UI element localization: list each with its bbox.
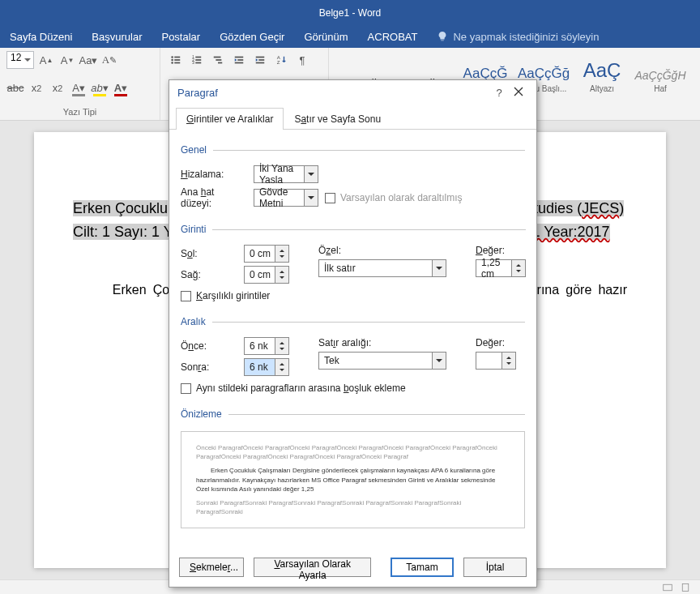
svg-rect-15 — [235, 57, 244, 58]
set-default-button[interactable]: Varsayılan Olarak Ayarla — [254, 558, 371, 577]
decrease-indent-button[interactable] — [230, 51, 248, 69]
left-indent-spin[interactable]: 0 cm — [244, 245, 289, 263]
svg-text:3: 3 — [192, 60, 194, 65]
increase-indent-button[interactable] — [251, 51, 269, 69]
svg-point-0 — [171, 56, 173, 58]
title-bar: Belge1 - Word — [0, 0, 700, 25]
tab-view[interactable]: Görünüm — [304, 31, 348, 43]
by-label: Değer: — [476, 245, 505, 256]
font-size-value: 12 — [11, 52, 21, 63]
font-group-label: Yazı Tipi — [6, 107, 153, 118]
left-indent-label: Sol: — [181, 248, 237, 259]
at-spin[interactable] — [476, 352, 516, 370]
bullets-button[interactable] — [167, 51, 185, 69]
subscript-button[interactable]: x2 — [28, 79, 45, 97]
svg-rect-19 — [258, 59, 264, 61]
read-mode-icon[interactable] — [663, 583, 672, 592]
change-case-button[interactable]: Aa▾ — [79, 51, 97, 69]
svg-rect-20 — [256, 62, 265, 64]
chevron-down-icon — [432, 260, 446, 276]
superscript-button[interactable]: x2 — [49, 79, 66, 97]
tab-references[interactable]: Başvurular — [92, 31, 142, 43]
collapsed-checkbox: Varsayılan olarak daraltılmış — [325, 192, 463, 203]
spacing-group: Aralık Önce: 6 nk Sonra: 6 nk Satır aral… — [181, 316, 525, 397]
cancel-button[interactable]: İptal — [463, 558, 527, 577]
svg-rect-12 — [214, 57, 221, 58]
text-effects-button[interactable]: A▾ — [70, 79, 88, 97]
tab-review[interactable]: Gözden Geçir — [220, 31, 284, 43]
line-spacing-label: Satır aralığı: — [318, 337, 371, 348]
mirror-indents-checkbox[interactable]: Karşılıklı girintiler — [181, 290, 526, 301]
chevron-down-icon — [304, 166, 318, 182]
svg-rect-13 — [216, 59, 221, 61]
svg-rect-16 — [237, 59, 243, 61]
close-button[interactable] — [509, 87, 528, 99]
font-group: 12 A▲ A▼ Aa▾ A✎ abc x2 x2 A▾ ab▾ A▾ Yazı… — [0, 48, 160, 120]
indent-legend: Girinti — [181, 224, 212, 235]
svg-rect-1 — [174, 57, 180, 58]
tab-mailings[interactable]: Postalar — [161, 31, 200, 43]
svg-rect-18 — [256, 57, 265, 58]
right-indent-spin[interactable]: 0 cm — [244, 266, 289, 284]
svg-rect-14 — [218, 62, 222, 64]
svg-rect-40 — [682, 583, 689, 591]
by-spin[interactable]: 1,25 cm — [476, 259, 526, 277]
ribbon-tabs: Sayfa Düzeni Başvurular Postalar Gözden … — [0, 25, 700, 48]
preview-legend: Önizleme — [181, 408, 228, 420]
right-indent-label: Sağ: — [181, 269, 237, 280]
dialog-titlebar: Paragraf ? — [169, 80, 536, 107]
close-icon — [514, 87, 523, 96]
svg-rect-7 — [195, 57, 201, 58]
style-item[interactable]: AaÇAltyazı — [575, 58, 629, 94]
font-size-combo[interactable]: 12 — [6, 51, 34, 69]
grow-font-button[interactable]: A▲ — [37, 51, 55, 69]
bulb-icon — [437, 31, 448, 42]
shrink-font-button[interactable]: A▼ — [58, 51, 76, 69]
preview-box: Önceki ParagrafÖnceki ParagrafÖnceki Par… — [181, 431, 525, 528]
preview-group: Önizleme Önceki ParagrafÖnceki ParagrafÖ… — [181, 408, 525, 528]
svg-rect-9 — [195, 59, 201, 61]
numbering-button[interactable]: 123 — [188, 51, 206, 69]
show-marks-button[interactable]: ¶ — [293, 51, 311, 69]
special-combo[interactable]: İlk satır — [318, 259, 446, 277]
outline-level-combo[interactable]: Gövde Metni — [254, 189, 318, 207]
dialog-body: Genel Hizalama: İki Yana Yasla Ana hat d… — [169, 130, 536, 549]
tab-line-page-breaks[interactable]: Satır ve Sayfa Sonu — [284, 108, 391, 130]
svg-point-4 — [171, 62, 173, 64]
tab-layout[interactable]: Sayfa Düzeni — [10, 31, 72, 43]
svg-rect-17 — [235, 62, 244, 64]
highlight-button[interactable]: ab▾ — [91, 79, 109, 97]
dialog-buttons: Sekmeler... Varsayılan Olarak Ayarla Tam… — [169, 549, 536, 587]
multilevel-list-button[interactable] — [209, 51, 227, 69]
tab-acrobat[interactable]: ACROBAT — [368, 31, 418, 43]
general-legend: Genel — [181, 144, 213, 156]
svg-rect-3 — [174, 59, 180, 61]
after-label: Sonra: — [181, 361, 237, 373]
dialog-title: Paragraf — [177, 87, 489, 99]
alignment-label: Hizalama: — [181, 169, 247, 180]
print-layout-icon[interactable] — [681, 583, 690, 592]
chevron-down-icon — [432, 353, 446, 369]
svg-rect-5 — [174, 62, 180, 64]
after-spin[interactable]: 6 nk — [244, 358, 289, 376]
style-item[interactable]: AaÇçĞğHHaf — [634, 67, 687, 94]
tell-me-label: Ne yapmak istediğinizi söyleyin — [453, 31, 599, 43]
special-label: Özel: — [318, 245, 382, 256]
app-title: Belge1 - Word — [319, 7, 381, 19]
chevron-down-icon — [304, 190, 318, 206]
before-label: Önce: — [181, 340, 237, 352]
help-button[interactable]: ? — [489, 87, 509, 99]
tabs-button[interactable]: Sekmeler... — [179, 558, 244, 577]
before-spin[interactable]: 6 nk — [244, 337, 289, 355]
tab-indents-spacing[interactable]: Girintiler ve Aralıklar — [176, 108, 284, 130]
alignment-combo[interactable]: İki Yana Yasla — [254, 165, 318, 183]
font-color-button[interactable]: A▾ — [112, 79, 130, 97]
strikethrough-button[interactable]: abc — [6, 79, 24, 97]
no-space-same-style-checkbox[interactable]: Aynı stildeki paragrafların arasına boşl… — [181, 382, 525, 394]
svg-text:Z: Z — [277, 59, 280, 65]
tell-me-box[interactable]: Ne yapmak istediğinizi söyleyin — [437, 31, 599, 43]
line-spacing-combo[interactable]: Tek — [318, 352, 446, 370]
ok-button[interactable]: Tamam — [391, 558, 454, 577]
sort-button[interactable]: AZ — [272, 51, 290, 69]
clear-formatting-button[interactable]: A✎ — [100, 51, 118, 69]
